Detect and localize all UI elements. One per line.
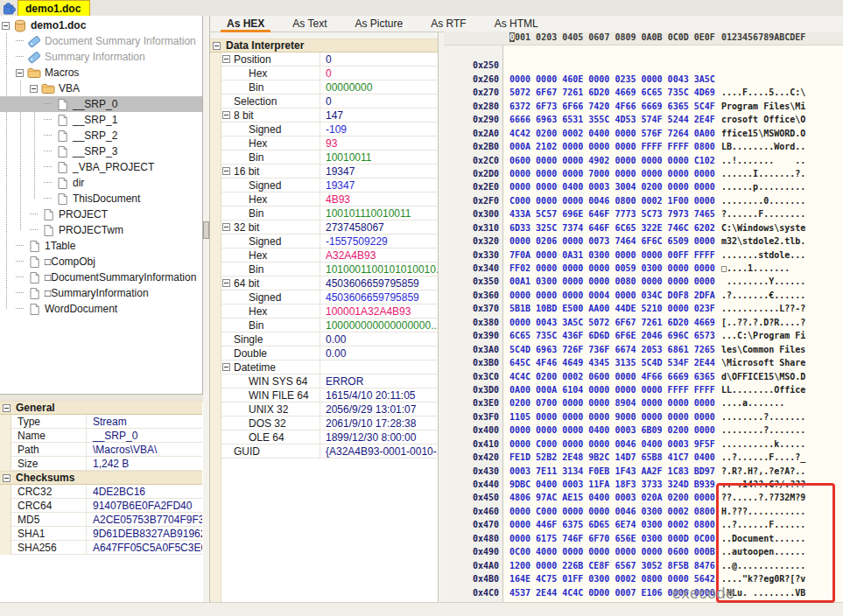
row-expander-minus[interactable]	[222, 55, 230, 63]
tree-item[interactable]: □DocumentSummaryInformation	[0, 270, 202, 285]
hex-row[interactable]: 0x3B0 4C4C 0200 0002 0600 0000 4F66 6669…	[444, 343, 843, 356]
tree-item[interactable]: VBA	[0, 80, 202, 96]
interpreter-row[interactable]: Hex 0	[221, 66, 438, 80]
hex-row[interactable]: 0x2F0 433A 5C57 696E 646F 7773 5C73 7973…	[444, 180, 843, 193]
interpreter-row[interactable]: Bin 100000000000000000...	[221, 318, 438, 332]
tree-item[interactable]: __SRP_0	[0, 96, 202, 112]
row-expander-minus[interactable]	[222, 111, 230, 119]
tree-expander-minus[interactable]	[30, 85, 38, 93]
tree-item[interactable]: __SRP_2	[0, 128, 202, 144]
document-tab[interactable]: demo1.doc	[18, 0, 90, 16]
interpreter-row[interactable]: OLE 64 1899/12/30 8:00:00	[221, 430, 438, 444]
property-row[interactable]: Path \Macros\VBA\	[11, 443, 202, 457]
interpreter-row[interactable]: 16 bit 19347	[221, 164, 438, 178]
interpreter-row[interactable]: Signed 19347	[221, 178, 438, 192]
property-row[interactable]: MD5 A2CE05753B7704F9F32...	[11, 513, 202, 527]
general-header[interactable]: General	[0, 401, 202, 415]
property-row[interactable]: SHA256 A647FF05C5A0F5C3E04...	[11, 541, 202, 555]
interpreter-row[interactable]: UNIX 32 2056/9/29 13:01:07	[221, 402, 438, 416]
interpreter-row[interactable]: DOS 32 2061/9/10 17:28:38	[221, 416, 438, 430]
hex-row[interactable]: 0x420 0003 7E11 3134 F0EB 1F43 AA2F 1C83…	[444, 438, 843, 451]
tree-item[interactable]: dir	[0, 175, 202, 191]
hex-row[interactable]: 0x300 6D33 325C 7374 646F 6C65 322E 746C…	[444, 194, 843, 207]
interpreter-row[interactable]: Bin 1010001100101010010...	[221, 262, 438, 276]
hex-row[interactable]: 0x2E0 C000 0000 0000 0046 0800 0002 1F00…	[444, 167, 843, 180]
vertical-splitter-left[interactable]	[203, 16, 210, 602]
tree-item[interactable]: _VBA_PROJECT	[0, 159, 202, 175]
tree-item[interactable]: demo1.doc	[0, 18, 202, 33]
hex-row[interactable]: 0x360 5B1B 10BD E500 AA00 44DE 5210 0000…	[444, 275, 843, 288]
view-tab[interactable]: As Text	[286, 16, 333, 32]
hex-row[interactable]: 0x2B0 0600 0000 0000 4902 0000 0000 0000…	[444, 127, 843, 140]
interpreter-row[interactable]: Bin 10010011	[221, 150, 438, 164]
hex-row[interactable]: 0x2D0 0000 0000 0400 0003 3004 0200 0000…	[444, 154, 843, 167]
interpreter-row[interactable]: Signed -109	[221, 122, 438, 136]
property-row[interactable]: CRC32 4DE2BC16	[11, 485, 202, 499]
interpreter-row[interactable]: WIN SYS 64 ERROR	[221, 374, 438, 388]
tree-item[interactable]: Document Summary Information	[0, 33, 202, 49]
hex-row[interactable]: 0x330 FF02 0000 0000 0000 0059 0300 0000…	[444, 234, 843, 248]
hex-row[interactable]: 0x250 0000 0000 460E 0000 0235 0000 0043…	[444, 46, 843, 59]
interpreter-row[interactable]: Signed -1557509229	[221, 234, 438, 248]
property-row[interactable]: Type Stream	[11, 415, 202, 429]
view-tab[interactable]: As HEX	[221, 16, 270, 32]
hex-row[interactable]: 0x320 7F0A 0000 0A31 0300 0000 0000 00FF…	[444, 221, 843, 234]
hex-row[interactable]: 0x350 0000 0000 0000 0004 0000 034C D0F8…	[444, 262, 843, 275]
hex-row[interactable]: 0x290 4C42 0200 0002 0400 0000 576F 7264…	[444, 100, 843, 113]
row-expander-minus[interactable]	[222, 223, 230, 231]
tree-item[interactable]: PROJECT	[0, 206, 202, 222]
interpreter-row[interactable]: Hex A32A4B93	[221, 248, 438, 262]
interpreter-row[interactable]: Bin 00000000	[221, 80, 438, 94]
hex-row[interactable]: 0x440 4806 97AC AE15 0400 0003 020A 0200…	[444, 465, 843, 478]
splitter-thumb[interactable]	[203, 221, 209, 239]
hex-row[interactable]: 0x380 6C65 735C 436F 6D6D 6F6E 2046 696C…	[444, 302, 843, 315]
hex-row[interactable]: 0x390 5C4D 6963 726F 736F 6674 2053 6861…	[444, 316, 843, 329]
tree-item[interactable]: Summary Information	[0, 49, 202, 65]
hex-row[interactable]: 0x3C0 0A00 000A 6104 0000 0000 0000 FFFF…	[444, 356, 843, 369]
interpreter-row[interactable]: 8 bit 147	[221, 108, 438, 122]
hex-row[interactable]: 0x3D0 0200 0700 0000 0000 8904 0000 0000…	[444, 370, 843, 383]
view-tab[interactable]: As HTML	[488, 16, 544, 32]
interpreter-row[interactable]: WIN FILE 64 1615/4/10 20:11:05	[221, 388, 438, 402]
hex-row[interactable]: 0x370 0000 0043 3A5C 5072 6F67 7261 6D20…	[444, 289, 843, 302]
tree-item[interactable]: 1Table	[0, 238, 202, 254]
tree-item[interactable]: □SummaryInformation	[0, 285, 202, 301]
hex-row[interactable]: 0x2A0 000A 2102 0000 0000 0000 FFFF FFFF…	[444, 113, 843, 126]
interpreter-row[interactable]: Double 0.00	[221, 346, 438, 360]
hex-row[interactable]: 0x3F0 0000 0000 0000 0400 0003 6B09 0200…	[444, 396, 843, 410]
hex-row[interactable]: 0x3A0 645C 4F46 4649 4345 3135 5C4D 534F…	[444, 329, 843, 342]
interpreter-row[interactable]: Hex 93	[221, 136, 438, 150]
row-expander-minus[interactable]	[222, 279, 230, 287]
interpreter-row[interactable]: Hex 4B93	[221, 192, 438, 206]
hex-row[interactable]: 0x400 0000 C000 0000 0000 0046 0400 0003…	[444, 410, 843, 424]
interpreter-row[interactable]: Single 0.00	[221, 332, 438, 346]
view-tab[interactable]: As Picture	[349, 16, 410, 32]
interpreter-row[interactable]: 32 bit 2737458067	[221, 220, 438, 234]
interpreter-row[interactable]: Datetime	[221, 360, 438, 374]
hex-row[interactable]: 0x270 6372 6F73 6F66 7420 4F66 6669 6365…	[444, 73, 843, 86]
interpreter-row[interactable]: Signed 4503606659795859	[221, 290, 438, 304]
row-expander-minus[interactable]	[222, 167, 230, 175]
tree-item[interactable]: PROJECTwm	[0, 222, 202, 238]
property-row[interactable]: CRC64 91407B6E0FA2FD40	[11, 499, 202, 513]
hex-row[interactable]: 0x310 0000 0206 0000 0073 7464 6F6C 6509…	[444, 207, 843, 220]
tree-item[interactable]: ThisDocument	[0, 191, 202, 206]
interpreter-row[interactable]: GUID {A32A4B93-0001-0010-...	[221, 444, 438, 458]
checksums-header[interactable]: Checksums	[0, 471, 202, 485]
interpreter-row[interactable]: Bin 100101110010011	[221, 206, 438, 220]
property-row[interactable]: Size 1,242 B	[11, 457, 202, 471]
hex-row[interactable]: 0x340 00A1 0300 0000 0000 0080 0000 0000…	[444, 248, 843, 262]
collapse-icon[interactable]	[3, 404, 11, 412]
tree-expander-minus[interactable]	[16, 69, 24, 77]
property-row[interactable]: SHA1 9D61DEB8327AB91962C...	[11, 527, 202, 541]
tree-item[interactable]: WordDocument	[0, 301, 202, 317]
tree-expander-minus[interactable]	[2, 22, 10, 30]
collapse-icon[interactable]	[213, 42, 221, 50]
row-expander-minus[interactable]	[222, 363, 230, 371]
tree-item[interactable]: Macros	[0, 65, 202, 80]
hex-row[interactable]: 0x430 9DBC 0400 0003 11FA 18F3 3733 324D…	[444, 451, 843, 464]
interpreter-row[interactable]: Position 0	[221, 52, 438, 66]
interpreter-row[interactable]: 64 bit 4503606659795859	[221, 276, 438, 290]
tree-item[interactable]: □CompObj	[0, 254, 202, 270]
view-tab[interactable]: As RTF	[425, 16, 472, 32]
